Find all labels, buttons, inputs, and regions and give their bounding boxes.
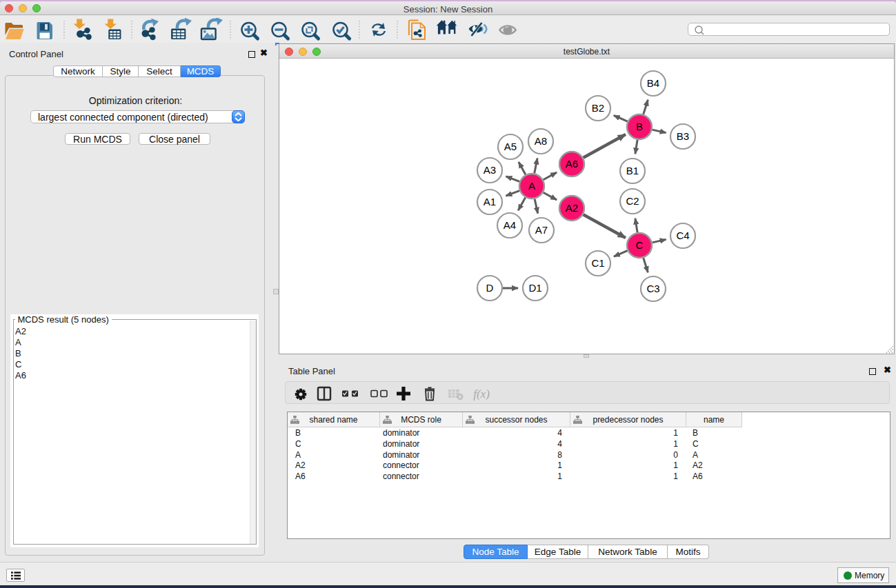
svg-text:A6: A6 [566,158,578,170]
svg-text:D: D [486,282,494,294]
svg-text:A7: A7 [535,224,548,236]
svg-text:A5: A5 [504,141,517,152]
svg-text:A2: A2 [566,202,578,214]
svg-text:A: A [528,180,535,192]
svg-text:B: B [636,121,643,132]
svg-text:D1: D1 [528,282,541,294]
svg-text:B4: B4 [647,77,659,89]
svg-text:C2: C2 [626,195,639,207]
svg-text:C4: C4 [676,230,689,241]
svg-text:B3: B3 [677,130,689,142]
svg-text:C1: C1 [591,257,604,269]
svg-text:B2: B2 [592,102,604,114]
svg-text:A3: A3 [484,164,496,176]
svg-text:C3: C3 [646,283,659,294]
svg-text:A8: A8 [535,135,547,147]
svg-text:A4: A4 [504,219,516,231]
svg-text:B1: B1 [626,165,639,176]
svg-text:A1: A1 [484,196,496,207]
svg-text:f(x): f(x) [473,387,490,401]
svg-text:C: C [636,239,644,251]
